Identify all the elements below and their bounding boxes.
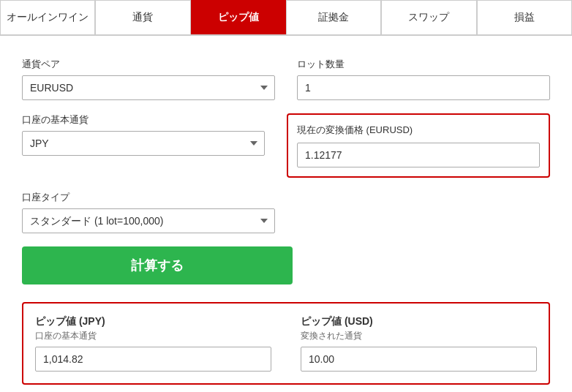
pip-usd-value [301, 347, 537, 372]
currency-pair-group: 通貨ペア EURUSD USDJPY GBPUSD AUDUSD [22, 58, 275, 100]
conversion-price-group: 現在の変換価格 (EURUSD) [287, 113, 550, 178]
account-type-group: 口座タイプ スタンダード (1 lot=100,000) ミニ (1 lot=1… [22, 191, 275, 233]
pip-usd-group: ピップ値 (USD) 変換された通貨 [301, 315, 537, 372]
pip-usd-title: ピップ値 (USD) [301, 315, 537, 328]
base-currency-group: 口座の基本通貨 JPY USD EUR GBP [22, 113, 265, 156]
tab-currency[interactable]: 通貨 [95, 0, 190, 34]
base-currency-select-wrapper: JPY USD EUR GBP [22, 131, 265, 156]
calc-button-row: 計算する [22, 246, 550, 284]
main-content: 通貨ペア EURUSD USDJPY GBPUSD AUDUSD ロット数量 口… [0, 36, 572, 392]
account-type-select[interactable]: スタンダード (1 lot=100,000) ミニ (1 lot=10,000) [22, 208, 275, 233]
lot-label: ロット数量 [297, 58, 550, 71]
tab-allinone[interactable]: オールインワイン [0, 0, 95, 34]
results-section: ピップ値 (JPY) 口座の基本通貨 ピップ値 (USD) 変換された通貨 [22, 302, 550, 385]
results-row: ピップ値 (JPY) 口座の基本通貨 ピップ値 (USD) 変換された通貨 [35, 315, 537, 372]
currency-pair-select-wrapper: EURUSD USDJPY GBPUSD AUDUSD [22, 75, 275, 100]
base-currency-label: 口座の基本通貨 [22, 113, 265, 127]
currency-pair-label: 通貨ペア [22, 58, 275, 71]
conversion-label: 現在の変換価格 (EURUSD) [297, 124, 540, 137]
pip-jpy-group: ピップ値 (JPY) 口座の基本通貨 [35, 315, 271, 372]
pip-jpy-value [35, 347, 271, 372]
tab-margin[interactable]: 証拠金 [286, 0, 381, 34]
tab-pips[interactable]: ピップ値 [191, 0, 286, 34]
row-currency-lot: 通貨ペア EURUSD USDJPY GBPUSD AUDUSD ロット数量 [22, 58, 550, 100]
currency-pair-select[interactable]: EURUSD USDJPY GBPUSD AUDUSD [22, 75, 275, 100]
calculate-button[interactable]: 計算する [22, 246, 293, 284]
conversion-input[interactable] [297, 143, 540, 167]
account-type-select-wrapper: スタンダード (1 lot=100,000) ミニ (1 lot=10,000) [22, 208, 275, 233]
lot-input[interactable] [297, 75, 550, 100]
tabs-bar: オールインワイン 通貨 ピップ値 証拠金 スワップ 損益 [0, 0, 572, 36]
base-currency-select[interactable]: JPY USD EUR GBP [22, 131, 265, 156]
row-account-type: 口座タイプ スタンダード (1 lot=100,000) ミニ (1 lot=1… [22, 191, 550, 233]
row-base-conversion: 口座の基本通貨 JPY USD EUR GBP 現在の変換価格 (EURUSD) [22, 113, 550, 178]
pip-jpy-subtitle: 口座の基本通貨 [35, 330, 271, 342]
pip-usd-subtitle: 変換された通貨 [301, 330, 537, 342]
account-type-label: 口座タイプ [22, 191, 275, 204]
pip-jpy-title: ピップ値 (JPY) [35, 315, 271, 328]
tab-pnl[interactable]: 損益 [477, 0, 572, 34]
tab-swap[interactable]: スワップ [381, 0, 476, 34]
lot-group: ロット数量 [297, 58, 550, 100]
